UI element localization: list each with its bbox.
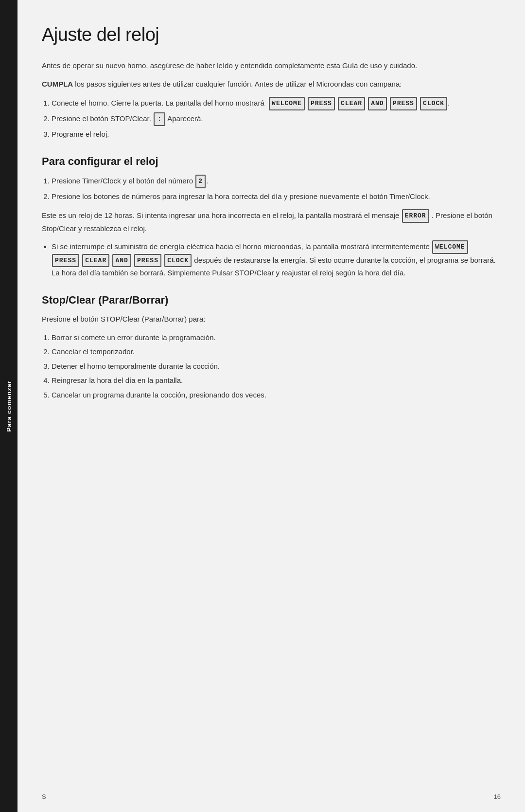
lcd-and1: AND bbox=[368, 97, 386, 110]
clock-step-1: Presione Timer/Clock y el botón del núme… bbox=[52, 175, 496, 188]
intro-bold: CUMPLA bbox=[42, 80, 73, 88]
sidebar: Para comenzar bbox=[0, 0, 18, 812]
lcd-press-b2: PRESS bbox=[134, 254, 161, 267]
lcd-error: ERROR bbox=[402, 209, 429, 222]
clock-step-2: Presione los botones de números para ing… bbox=[52, 190, 496, 203]
clock-bullet-1: Si se interrumpe el suministro de energí… bbox=[52, 240, 496, 279]
footer-center: 16 bbox=[494, 793, 501, 800]
lcd-clock1: CLOCK bbox=[420, 97, 447, 110]
section-clock-heading: Para configurar el reloj bbox=[42, 155, 496, 168]
lcd-num2: 2 bbox=[195, 175, 206, 188]
footer-left: S bbox=[42, 793, 46, 800]
lcd-colon: : bbox=[154, 112, 165, 126]
stop-item-4: Reingresar la hora del día en la pantall… bbox=[52, 374, 496, 387]
intro-p1: Antes de operar su nuevo horno, asegúres… bbox=[42, 60, 496, 72]
setup-steps: Conecte el horno. Cierre la puerta. La p… bbox=[52, 97, 496, 141]
clock-steps: Presione Timer/Clock y el botón del núme… bbox=[52, 175, 496, 203]
lcd-clock-b: CLOCK bbox=[164, 254, 192, 267]
step1-text: Conecte el horno. Cierre la puerta. La p… bbox=[52, 99, 266, 107]
lcd-welcome: WELCOME bbox=[269, 97, 305, 110]
clock-body1-text: Este es un reloj de 12 horas. Si intenta… bbox=[42, 211, 399, 219]
stop-list: Borrar si comete un error durante la pro… bbox=[52, 331, 496, 401]
clock-body1: Este es un reloj de 12 horas. Si intenta… bbox=[42, 209, 496, 235]
intro-p2-rest: los pasos siguientes antes de utilizar c… bbox=[73, 80, 402, 88]
lcd-clear1: CLEAR bbox=[338, 97, 365, 110]
lcd-press2: PRESS bbox=[390, 97, 417, 110]
stop-intro: Presione el botón STOP/Clear (Parar/Borr… bbox=[42, 313, 496, 325]
step2-text: Presione el botón STOP/Clear. bbox=[52, 114, 151, 123]
clock-bullets: Si se interrumpe el suministro de energí… bbox=[52, 240, 496, 279]
setup-step-1: Conecte el horno. Cierre la puerta. La p… bbox=[52, 97, 496, 110]
stop-item-1: Borrar si comete un error durante la pro… bbox=[52, 331, 496, 344]
page-title: Ajuste del reloj bbox=[42, 24, 496, 45]
step2-suffix: Aparecerá. bbox=[167, 114, 203, 123]
section-stop-heading: Stop/Clear (Parar/Borrar) bbox=[42, 294, 496, 307]
setup-step-3: Programe el reloj. bbox=[52, 128, 496, 141]
lcd-clear-b: CLEAR bbox=[82, 254, 109, 267]
stop-item-3: Detener el horno temporalmente durante l… bbox=[52, 360, 496, 373]
lcd-press1: PRESS bbox=[308, 97, 335, 110]
setup-step-2: Presione el botón STOP/Clear. : Aparecer… bbox=[52, 112, 496, 126]
lcd-welcome-b: WELCOME bbox=[432, 240, 468, 253]
intro-p2: CUMPLA los pasos siguientes antes de uti… bbox=[42, 78, 496, 90]
bullet1-text: Si se interrumpe el suministro de energí… bbox=[52, 242, 430, 251]
main-content: Ajuste del reloj Antes de operar su nuev… bbox=[18, 0, 525, 812]
stop-item-5: Cancelar un programa durante la cocción,… bbox=[52, 389, 496, 401]
lcd-press-b: PRESS bbox=[52, 254, 79, 267]
clock-step1-text: Presione Timer/Clock y el botón del núme… bbox=[52, 177, 193, 185]
footer: S 16 bbox=[18, 793, 525, 800]
sidebar-label: Para comenzar bbox=[5, 380, 13, 432]
stop-item-2: Cancelar el temporizador. bbox=[52, 345, 496, 358]
lcd-and-b: AND bbox=[112, 254, 131, 267]
